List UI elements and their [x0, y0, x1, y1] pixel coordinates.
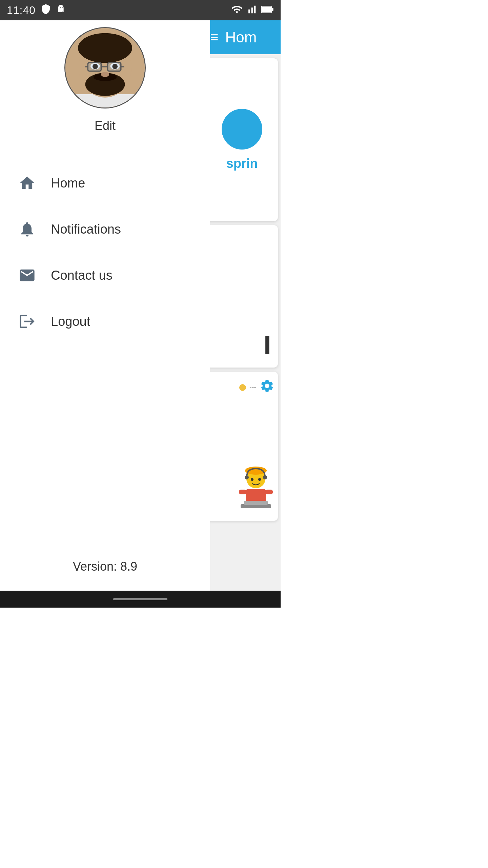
main-title: Hom	[225, 29, 257, 46]
wifi-icon	[231, 4, 243, 17]
svg-rect-25	[88, 62, 101, 71]
shield-icon	[40, 4, 51, 17]
nav-item-notifications[interactable]: Notifications	[0, 206, 210, 252]
nav-item-home[interactable]: Home	[0, 160, 210, 206]
bottom-bar	[0, 591, 281, 608]
version-text: Version: 8.9	[0, 559, 210, 574]
logout-icon	[17, 311, 37, 332]
bell-icon	[17, 219, 37, 239]
status-bar: 11:40	[0, 0, 281, 20]
svg-rect-6	[239, 490, 246, 494]
avatar[interactable]	[64, 27, 146, 108]
svg-rect-2	[271, 8, 273, 11]
avatar-image	[65, 28, 145, 107]
main-panel: ≡ Hom sprin I ---	[203, 0, 281, 608]
hamburger-icon[interactable]: ≡	[210, 30, 219, 44]
support-illustration	[237, 465, 274, 514]
nav-label-contact: Contact us	[51, 268, 113, 283]
svg-point-12	[245, 475, 249, 479]
dot-yellow	[239, 384, 246, 391]
svg-point-18	[78, 33, 132, 63]
battery-icon	[261, 4, 274, 17]
svg-point-13	[263, 475, 267, 479]
card-spring: sprin	[206, 58, 278, 221]
envelope-icon	[17, 265, 37, 285]
dashes: ---	[249, 383, 256, 391]
status-right	[231, 4, 274, 17]
edit-label[interactable]: Edit	[95, 119, 116, 133]
status-time: 11:40	[7, 4, 36, 17]
drawer-profile: Edit	[0, 0, 210, 150]
nav-label-logout: Logout	[51, 314, 90, 329]
drawer-nav: Home Notifications Contact us Logout	[0, 150, 210, 355]
bottom-indicator	[113, 598, 167, 600]
drawer: Edit Home Notifications Contact us	[0, 0, 210, 608]
svg-point-30	[101, 72, 109, 77]
nav-item-contact[interactable]: Contact us	[0, 252, 210, 298]
card-brand-text: sprin	[226, 156, 258, 171]
nav-label-home: Home	[51, 176, 85, 191]
home-icon	[17, 173, 37, 193]
ghost-icon	[56, 4, 67, 17]
svg-point-11	[258, 478, 261, 481]
card-letter-text: I	[264, 330, 271, 361]
signal-icon	[246, 4, 258, 17]
svg-rect-7	[265, 490, 273, 494]
svg-rect-1	[262, 7, 271, 12]
card-letter: I	[206, 225, 278, 368]
svg-point-10	[251, 478, 253, 481]
card-avatar	[222, 109, 262, 150]
gear-row: ---	[239, 378, 274, 396]
card-support: ---	[206, 372, 278, 521]
nav-item-logout[interactable]: Logout	[0, 298, 210, 344]
svg-rect-9	[244, 501, 268, 505]
svg-rect-26	[108, 62, 121, 71]
nav-label-notifications: Notifications	[51, 222, 121, 237]
status-left: 11:40	[7, 4, 67, 17]
gear-icon	[260, 378, 274, 396]
